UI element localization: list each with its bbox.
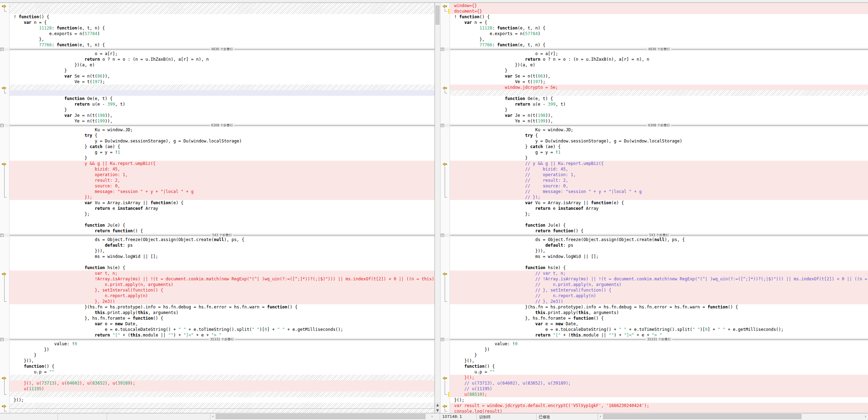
code-text[interactable]: message: "session " + y + "|local " + g bbox=[9, 189, 435, 194]
code-text[interactable]: var Je = n(t(198)), bbox=[450, 113, 868, 118]
code-text[interactable]: return o ? n = o : (n = u.IhZaxB(n), a[r… bbox=[450, 56, 868, 62]
code-text[interactable]: } bbox=[450, 68, 868, 73]
code-text[interactable]: }); bbox=[9, 194, 435, 200]
code-text[interactable]: // u(11195) bbox=[450, 386, 868, 392]
code-text[interactable]: return "[" + (this.module || "") + "]<" … bbox=[450, 332, 868, 338]
code-text[interactable]: o = a[r]; bbox=[9, 51, 435, 56]
code-text[interactable]: o = a[r]; bbox=[450, 51, 868, 56]
code-text[interactable]: ! function() { bbox=[450, 14, 868, 20]
vertical-scrollbar[interactable]: ▲ ▼ bbox=[435, 3, 440, 413]
right-horizontal-scrollbar[interactable]: ‹ › bbox=[598, 413, 868, 420]
code-text[interactable]: // u(73713), u(64602), u(83652), u(39189… bbox=[450, 380, 868, 386]
code-text[interactable]: // source: 0, bbox=[450, 183, 868, 189]
code-text[interactable]: } bbox=[9, 68, 435, 73]
expand-fold-icon[interactable]: + bbox=[441, 48, 444, 51]
code-text[interactable] bbox=[450, 259, 868, 265]
code-text[interactable]: })), bbox=[450, 248, 868, 254]
code-text[interactable]: ! function() { bbox=[9, 14, 435, 20]
code-text[interactable]: return e instanceof Array bbox=[9, 206, 435, 211]
code-text[interactable]: console.log(result) bbox=[450, 408, 868, 413]
code-text[interactable]: source: 0, bbox=[9, 183, 435, 189]
code-text[interactable]: try { bbox=[450, 133, 868, 138]
code-text[interactable]: }, hs.fn.foramte = function() { bbox=[450, 315, 868, 321]
code-text[interactable]: e = e.toLocaleDateString() + " " + e.toT… bbox=[450, 327, 868, 332]
code-text[interactable]: }(); bbox=[450, 375, 868, 380]
scroll-up-icon[interactable]: ▲ bbox=[435, 402, 440, 407]
code-text[interactable]: e = e.toLocaleDateString() + " " + e.toT… bbox=[9, 327, 435, 332]
scrollbar-thumb[interactable] bbox=[216, 414, 425, 419]
code-text[interactable]: // n.print.apply(n, arguments) bbox=[450, 282, 868, 287]
code-text[interactable]: n.print.apply(n, arguments) bbox=[9, 282, 435, 287]
code-text[interactable]: // bizid: 45, bbox=[450, 166, 868, 172]
code-text[interactable]: this.print.apply(this, arguments) bbox=[450, 310, 868, 315]
code-text[interactable]: } catch (ae) { bbox=[450, 144, 868, 149]
code-text[interactable]: var t, n; bbox=[9, 271, 435, 276]
code-text[interactable]: function Ju(e) { bbox=[9, 222, 435, 228]
code-text[interactable]: bizid: 45, bbox=[9, 166, 435, 172]
code-text[interactable] bbox=[9, 90, 435, 96]
code-text[interactable]: 11128: function(e, t, n) { bbox=[9, 25, 435, 31]
code-text[interactable]: var e = new Date, bbox=[9, 321, 435, 327]
code-text[interactable]: // result: 2, bbox=[450, 178, 868, 183]
code-text[interactable]: return u(e - 399, t) bbox=[9, 101, 435, 107]
code-text[interactable]: var result = window.jdcrypto.default.enc… bbox=[450, 403, 868, 408]
scrollbar-track[interactable] bbox=[603, 413, 863, 420]
code-text[interactable]: function hs(e) { bbox=[9, 265, 435, 271]
code-text[interactable]: ds = Object.freeze(Object.assign(Object.… bbox=[9, 237, 435, 242]
code-text[interactable]: default: ps bbox=[450, 242, 868, 248]
code-text[interactable]: operation: 1, bbox=[9, 172, 435, 178]
code-text[interactable]: y = Du(window.sessionStorage), g = Du(wi… bbox=[9, 138, 435, 144]
code-text[interactable]: u.p = "" bbox=[450, 369, 868, 375]
code-text[interactable]: return "[" + (this.module || "") + "]<" … bbox=[9, 332, 435, 338]
code-text[interactable]: y && g || Ku.report.umpBiz({ bbox=[9, 161, 435, 166]
code-text[interactable]: return e instanceof Array bbox=[450, 206, 868, 211]
code-text[interactable]: Ve = t(197); bbox=[450, 79, 868, 85]
expand-fold-icon[interactable]: + bbox=[0, 124, 4, 127]
code-text[interactable]: default: ps bbox=[9, 242, 435, 248]
expand-fold-icon[interactable]: + bbox=[441, 234, 444, 237]
code-text[interactable]: ms = window.logWid || []; bbox=[450, 254, 868, 259]
code-text[interactable]: }(); bbox=[9, 397, 435, 403]
code-text[interactable]: Ku = window.JD; bbox=[9, 127, 435, 133]
code-text[interactable]: var Vu = Array.isArray || function(e) { bbox=[9, 200, 435, 206]
expand-fold-icon[interactable]: + bbox=[441, 338, 444, 341]
code-text[interactable] bbox=[9, 217, 435, 222]
left-file-pane[interactable]: ! function() { var n = { 11128: function… bbox=[0, 3, 435, 413]
code-text[interactable]: Ye = n(t(199)), bbox=[450, 118, 868, 124]
code-text[interactable]: // }); bbox=[450, 194, 868, 200]
code-text[interactable]: }(); bbox=[450, 397, 868, 403]
code-text[interactable]: function Oe(e, t) { bbox=[9, 96, 435, 101]
left-horizontal-scrollbar[interactable]: ‹ › bbox=[210, 413, 435, 420]
code-text[interactable] bbox=[450, 217, 868, 222]
scroll-left-icon[interactable]: ‹ bbox=[598, 413, 603, 420]
code-text[interactable]: function Ju(e) { bbox=[450, 222, 868, 228]
code-text[interactable]: } bbox=[450, 155, 868, 161]
code-text[interactable]: } bbox=[9, 352, 435, 358]
code-text[interactable]: function hs(e) { bbox=[450, 265, 868, 271]
code-text[interactable]: }(), u(73713), u(64602), u(83652), u(391… bbox=[9, 380, 435, 386]
code-text[interactable]: value: !0 bbox=[450, 341, 868, 347]
code-text[interactable]: }; bbox=[9, 211, 435, 217]
code-text[interactable]: })), bbox=[9, 248, 435, 254]
code-text[interactable]: var n = { bbox=[9, 20, 435, 25]
code-text[interactable]: } bbox=[9, 155, 435, 161]
code-text[interactable]: // }, setInterval(function() { bbox=[450, 287, 868, 293]
code-text[interactable]: // !Array.isArray(ms) || !(t = document.… bbox=[450, 276, 868, 282]
code-text[interactable]: }) bbox=[450, 347, 868, 352]
scroll-right-icon[interactable]: › bbox=[863, 413, 868, 420]
vertical-scrollbar-thumb[interactable] bbox=[436, 6, 439, 25]
code-text[interactable]: }) bbox=[9, 347, 435, 352]
code-text[interactable]: try { bbox=[9, 133, 435, 138]
expand-fold-icon[interactable]: + bbox=[0, 234, 4, 237]
code-text[interactable]: }(), bbox=[450, 358, 868, 364]
code-text[interactable]: // n.report.apply(n) bbox=[450, 293, 868, 299]
code-text[interactable]: // var t, n; bbox=[450, 271, 868, 276]
code-text[interactable]: var Vu = Array.isArray || function(e) { bbox=[450, 200, 868, 206]
code-text[interactable]: return function() { bbox=[450, 228, 868, 234]
code-text[interactable]: !Array.isArray(ms) || !(t = document.coo… bbox=[9, 276, 435, 282]
code-text[interactable]: 11128: function(e, t, n) { bbox=[450, 25, 868, 31]
expand-fold-icon[interactable]: + bbox=[0, 48, 4, 51]
scrollbar-track[interactable] bbox=[215, 413, 430, 420]
code-text[interactable]: return o ? n = o : (n = u.IhZaxB(n), a[r… bbox=[9, 56, 435, 62]
code-text[interactable]: function() { bbox=[9, 364, 435, 369]
